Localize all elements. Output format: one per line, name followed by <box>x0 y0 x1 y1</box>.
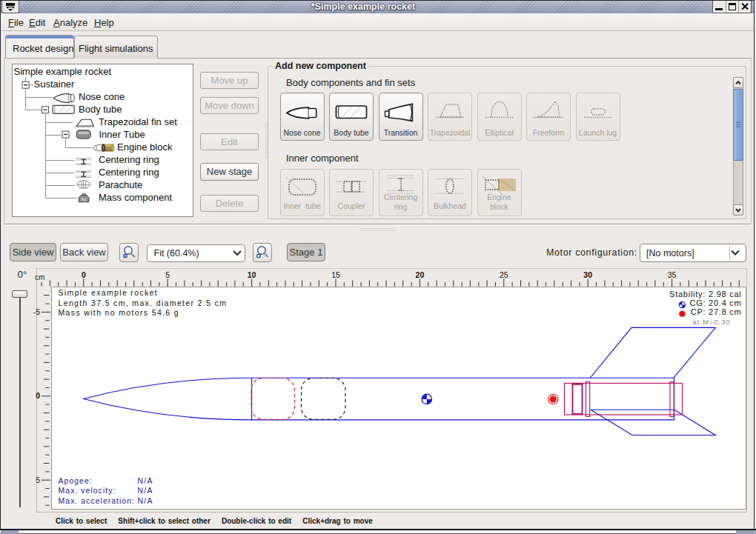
svg-text:10: 10 <box>248 270 256 279</box>
svg-text:15: 15 <box>331 270 340 279</box>
svg-text:35: 35 <box>668 270 677 279</box>
svg-text:5: 5 <box>165 270 170 279</box>
svg-text:20: 20 <box>416 270 425 279</box>
svg-text:0: 0 <box>82 270 86 279</box>
svg-text:30: 30 <box>583 270 592 279</box>
svg-text:25: 25 <box>500 270 508 279</box>
